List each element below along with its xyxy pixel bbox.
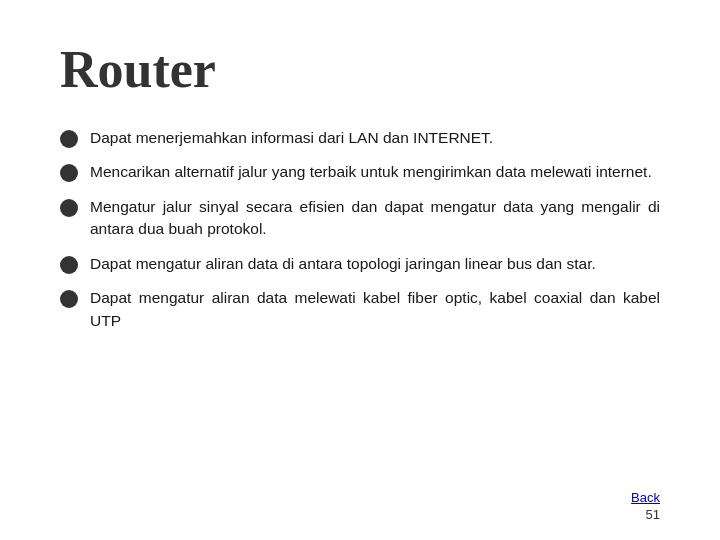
bullet-dot-icon (60, 290, 78, 308)
bullet-dot-icon (60, 256, 78, 274)
bullet-list: Dapat menerjemahkan informasi dari LAN d… (60, 127, 660, 332)
bullet-dot-icon (60, 164, 78, 182)
bullet-dot-icon (60, 130, 78, 148)
bullet-text: Mencarikan alternatif jalur yang terbaik… (90, 161, 660, 183)
list-item: Dapat mengatur aliran data di antara top… (60, 253, 660, 275)
slide-container: Router Dapat menerjemahkan informasi dar… (0, 0, 720, 540)
bullet-text: Dapat mengatur aliran data melewati kabe… (90, 287, 660, 332)
page-number: 51 (646, 507, 660, 522)
bullet-text: Dapat mengatur aliran data di antara top… (90, 253, 660, 275)
page-title: Router (60, 40, 660, 99)
list-item: Mengatur jalur sinyal secara efisien dan… (60, 196, 660, 241)
bullet-dot-icon (60, 199, 78, 217)
bullet-text: Mengatur jalur sinyal secara efisien dan… (90, 196, 660, 241)
list-item: Mencarikan alternatif jalur yang terbaik… (60, 161, 660, 183)
slide-footer: Back 51 (631, 490, 660, 522)
bullet-text: Dapat menerjemahkan informasi dari LAN d… (90, 127, 660, 149)
back-link[interactable]: Back (631, 490, 660, 505)
list-item: Dapat menerjemahkan informasi dari LAN d… (60, 127, 660, 149)
list-item: Dapat mengatur aliran data melewati kabe… (60, 287, 660, 332)
